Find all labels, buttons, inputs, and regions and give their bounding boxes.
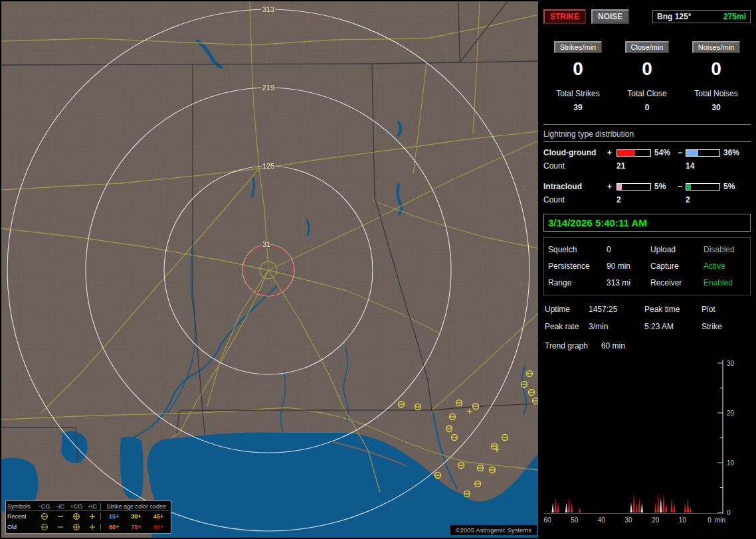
count-label: Count	[543, 195, 607, 204]
trend-spike	[657, 493, 659, 512]
noises-per-min-value: 0	[711, 58, 721, 80]
trend-spike	[568, 498, 570, 513]
age-code: 60+	[109, 524, 119, 530]
ic-plus-icon	[84, 512, 100, 520]
trend-spike	[687, 498, 689, 513]
ring-label-31: 31	[262, 240, 270, 248]
svg-text:50: 50	[571, 516, 579, 524]
svg-text:0: 0	[727, 509, 731, 516]
cg-minus-icon	[37, 512, 52, 520]
legend-age-title: Strike age color codes	[100, 503, 169, 510]
legend-ic-minus-header: -IC	[52, 503, 68, 510]
bearing-range: 275mi	[723, 12, 746, 21]
trend-graph: 6050403020100min 3020100	[543, 354, 751, 531]
legend-symbols-header: Symbols	[7, 503, 37, 510]
ic-plus-icon	[84, 523, 100, 531]
trend-graph-label: Trend graph	[545, 341, 588, 350]
svg-text:10: 10	[679, 516, 687, 524]
ic-minus-icon	[52, 523, 68, 531]
strikes-per-min-badge: Strikes/min	[554, 41, 602, 53]
plus-sign: +	[607, 182, 616, 191]
svg-text:10: 10	[727, 459, 735, 467]
strikes-per-min-value: 0	[573, 58, 583, 80]
cg-minus-bar	[686, 149, 720, 157]
ic-minus-icon	[52, 512, 68, 520]
svg-text:20: 20	[652, 516, 660, 524]
peak-time-label: Peak time	[644, 305, 702, 314]
rate-badges: Strikes/min Close/min Noises/min	[543, 41, 751, 53]
legend-old-label: Old	[7, 524, 37, 530]
strike-button[interactable]: STRIKE	[543, 9, 586, 24]
trend-graph-header: Trend graph 60 min	[543, 341, 751, 350]
trend-spike	[630, 502, 632, 512]
total-strikes: Total Strikes 39	[556, 89, 599, 112]
total-close: Total Close 0	[627, 89, 666, 112]
svg-text:30: 30	[624, 516, 632, 524]
trend-spike	[565, 502, 567, 512]
close-per-min-value: 0	[642, 58, 652, 80]
plus-sign: +	[607, 148, 616, 157]
bearing-display: Bng 125° 275mi	[652, 10, 751, 23]
ring-label-313: 313	[262, 5, 274, 13]
minus-sign: −	[678, 182, 686, 191]
persistence-value: 90 min	[607, 262, 650, 271]
ring-label-219: 219	[262, 84, 274, 92]
recent-age-codes: 15+30+45+	[100, 513, 169, 520]
trend-spike	[551, 502, 553, 512]
trend-spike	[557, 502, 559, 512]
ic-plus-bar	[616, 183, 651, 191]
squelch-label: Squelch	[548, 245, 607, 254]
legend-recent-label: Recent	[7, 513, 37, 520]
trend-spike	[660, 498, 662, 513]
minus-sign: −	[678, 148, 686, 157]
capture-value: Active	[704, 262, 746, 271]
lightning-map[interactable]: 313 219 125 31 Symbols -CG -IC +CG +IC S…	[1, 1, 538, 538]
uptime-grid: Uptime 1457:25 Peak time Plot Peak rate …	[543, 305, 751, 331]
map-canvas: 313 219 125 31	[1, 1, 538, 538]
cg-minus-count: 14	[686, 161, 751, 171]
trend-spike	[665, 502, 667, 512]
cg-plus-icon	[68, 512, 84, 520]
age-code: 30+	[131, 513, 141, 520]
control-panel: STRIKE NOISE Bng 125° 275mi Strikes/min …	[541, 0, 756, 539]
receiver-value: Enabled	[704, 278, 746, 287]
upload-value: Disabled	[704, 245, 746, 254]
old-age-codes: 60+75+90+	[100, 524, 169, 530]
uptime-label: Uptime	[545, 305, 589, 314]
svg-text:min: min	[715, 516, 725, 524]
noise-button[interactable]: NOISE	[591, 9, 629, 24]
bearing-label: Bng 125°	[657, 12, 691, 21]
receiver-label: Receiver	[650, 278, 704, 287]
spacer	[543, 175, 751, 178]
trend-spike	[636, 502, 638, 512]
total-noises: Total Noises 30	[694, 89, 737, 112]
ic-plus-count: 2	[616, 195, 678, 204]
range-value: 313 mi	[607, 278, 650, 287]
plot-value: Strike	[702, 322, 749, 331]
svg-text:0: 0	[708, 516, 711, 524]
persistence-label: Persistence	[548, 262, 607, 271]
trend-spike	[579, 508, 581, 513]
svg-text:40: 40	[598, 516, 606, 524]
trend-spike	[632, 493, 634, 512]
legend-cg-plus-header: +CG	[68, 503, 84, 510]
age-code: 75+	[131, 524, 141, 530]
trend-x-labels: 6050403020100min	[543, 516, 725, 524]
upload-label: Upload	[650, 245, 704, 254]
peak-rate-label: Peak rate	[545, 322, 589, 331]
range-label: Range	[548, 278, 607, 287]
legend-cg-minus-header: -CG	[37, 503, 52, 510]
cg-minus-icon	[37, 523, 52, 531]
panel-toolbar: STRIKE NOISE Bng 125° 275mi	[543, 9, 751, 24]
ring-label-125: 125	[262, 162, 274, 170]
trend-spike	[654, 502, 656, 512]
svg-text:60: 60	[543, 516, 551, 524]
uptime-value: 1457:25	[589, 305, 644, 314]
app-window: 313 219 125 31 Symbols -CG -IC +CG +IC S…	[0, 0, 756, 539]
age-code: 90+	[153, 524, 163, 530]
noises-per-min-badge: Noises/min	[692, 41, 740, 53]
cg-plus-bar	[616, 149, 651, 157]
svg-text:20: 20	[727, 410, 735, 417]
close-per-min-badge: Close/min	[625, 41, 670, 53]
trend-spike	[684, 502, 686, 512]
